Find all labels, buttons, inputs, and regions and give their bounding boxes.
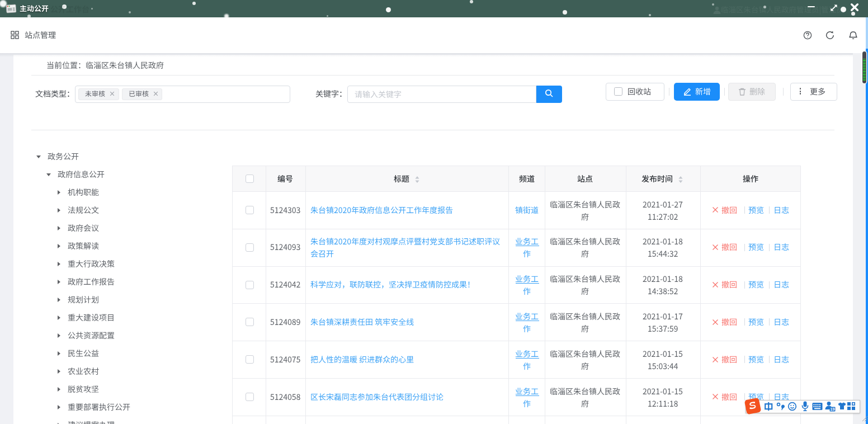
svg-text:19: 19 <box>831 407 835 411</box>
